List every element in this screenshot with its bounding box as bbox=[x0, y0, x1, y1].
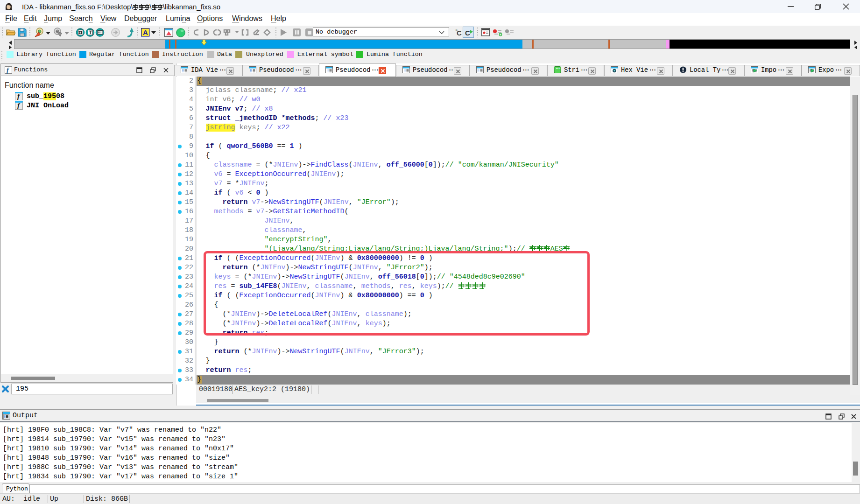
svg-text:C: C bbox=[465, 29, 470, 37]
svg-text:A: A bbox=[143, 28, 148, 36]
svg-text:C: C bbox=[457, 29, 462, 37]
svg-text:"": "" bbox=[556, 68, 561, 72]
